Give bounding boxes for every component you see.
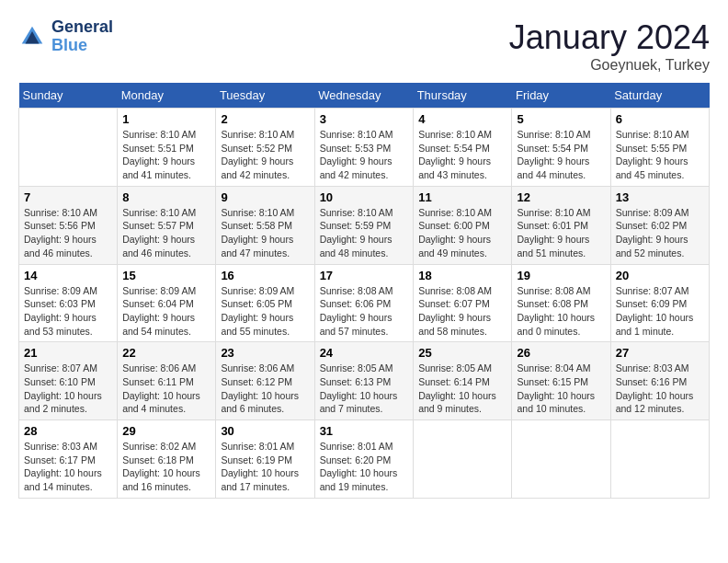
calendar-cell: 18Sunrise: 8:08 AMSunset: 6:07 PMDayligh…	[414, 264, 512, 342]
calendar-table: SundayMondayTuesdayWednesdayThursdayFrid…	[18, 83, 710, 499]
day-info: Sunrise: 8:08 AMSunset: 6:07 PMDaylight:…	[418, 284, 506, 339]
calendar-header-row: SundayMondayTuesdayWednesdayThursdayFrid…	[19, 83, 710, 109]
day-number: 20	[616, 269, 704, 282]
day-info: Sunrise: 8:09 AMSunset: 6:03 PMDaylight:…	[24, 284, 112, 339]
day-info: Sunrise: 8:04 AMSunset: 6:15 PMDaylight:…	[517, 362, 605, 416]
day-info: Sunrise: 8:07 AMSunset: 6:10 PMDaylight:…	[24, 362, 112, 416]
calendar-cell: 5Sunrise: 8:10 AMSunset: 5:54 PMDaylight…	[512, 109, 610, 187]
day-number: 12	[517, 190, 605, 204]
day-number: 16	[221, 269, 309, 282]
day-number: 25	[418, 346, 506, 360]
calendar-cell: 19Sunrise: 8:08 AMSunset: 6:08 PMDayligh…	[512, 264, 610, 342]
calendar-cell	[19, 109, 118, 187]
calendar-cell: 2Sunrise: 8:10 AMSunset: 5:52 PMDaylight…	[216, 109, 314, 187]
day-info: Sunrise: 8:09 AMSunset: 6:04 PMDaylight:…	[122, 284, 210, 339]
calendar-cell	[512, 420, 610, 499]
day-number: 21	[24, 346, 112, 360]
day-number: 11	[418, 190, 506, 204]
day-number: 18	[418, 269, 506, 282]
logo: General Blue	[18, 18, 113, 55]
calendar-cell: 29Sunrise: 8:02 AMSunset: 6:18 PMDayligh…	[118, 420, 216, 499]
calendar-cell: 27Sunrise: 8:03 AMSunset: 6:16 PMDayligh…	[610, 342, 709, 420]
header-day-wednesday: Wednesday	[314, 83, 414, 109]
day-number: 26	[517, 346, 605, 360]
calendar-cell: 31Sunrise: 8:01 AMSunset: 6:20 PMDayligh…	[314, 420, 414, 499]
calendar-cell: 8Sunrise: 8:10 AMSunset: 5:57 PMDaylight…	[118, 186, 216, 264]
day-info: Sunrise: 8:07 AMSunset: 6:09 PMDaylight:…	[616, 284, 704, 339]
day-number: 19	[517, 269, 605, 282]
calendar-cell: 14Sunrise: 8:09 AMSunset: 6:03 PMDayligh…	[19, 264, 118, 342]
day-number: 14	[24, 269, 112, 282]
day-number: 2	[221, 112, 309, 126]
calendar-cell: 26Sunrise: 8:04 AMSunset: 6:15 PMDayligh…	[512, 342, 610, 420]
day-number: 6	[616, 112, 704, 126]
day-info: Sunrise: 8:01 AMSunset: 6:19 PMDaylight:…	[221, 440, 309, 494]
day-number: 31	[320, 424, 409, 438]
day-info: Sunrise: 8:06 AMSunset: 6:11 PMDaylight:…	[122, 362, 210, 416]
week-row-4: 21Sunrise: 8:07 AMSunset: 6:10 PMDayligh…	[19, 342, 710, 420]
day-info: Sunrise: 8:10 AMSunset: 5:55 PMDaylight:…	[616, 128, 704, 182]
day-info: Sunrise: 8:02 AMSunset: 6:18 PMDaylight:…	[122, 440, 210, 494]
day-number: 27	[616, 346, 704, 360]
day-info: Sunrise: 8:10 AMSunset: 5:57 PMDaylight:…	[122, 206, 210, 260]
week-row-1: 1Sunrise: 8:10 AMSunset: 5:51 PMDaylight…	[19, 109, 710, 187]
calendar-cell: 12Sunrise: 8:10 AMSunset: 6:01 PMDayligh…	[512, 186, 610, 264]
day-info: Sunrise: 8:10 AMSunset: 5:53 PMDaylight:…	[320, 128, 409, 182]
day-info: Sunrise: 8:08 AMSunset: 6:08 PMDaylight:…	[517, 284, 605, 339]
day-number: 4	[418, 112, 506, 126]
day-info: Sunrise: 8:01 AMSunset: 6:20 PMDaylight:…	[320, 440, 409, 494]
day-info: Sunrise: 8:03 AMSunset: 6:17 PMDaylight:…	[24, 440, 112, 494]
day-info: Sunrise: 8:06 AMSunset: 6:12 PMDaylight:…	[221, 362, 309, 416]
day-info: Sunrise: 8:10 AMSunset: 6:00 PMDaylight:…	[418, 206, 506, 260]
calendar-cell: 16Sunrise: 8:09 AMSunset: 6:05 PMDayligh…	[216, 264, 314, 342]
day-number: 9	[221, 190, 309, 204]
day-number: 30	[221, 424, 309, 438]
day-number: 29	[122, 424, 210, 438]
header-day-friday: Friday	[512, 83, 610, 109]
day-number: 23	[221, 346, 309, 360]
calendar-cell: 7Sunrise: 8:10 AMSunset: 5:56 PMDaylight…	[19, 186, 118, 264]
header-day-thursday: Thursday	[414, 83, 512, 109]
day-info: Sunrise: 8:10 AMSunset: 5:51 PMDaylight:…	[122, 128, 210, 182]
calendar-cell: 25Sunrise: 8:05 AMSunset: 6:14 PMDayligh…	[414, 342, 512, 420]
day-number: 8	[122, 190, 210, 204]
day-info: Sunrise: 8:10 AMSunset: 5:54 PMDaylight:…	[418, 128, 506, 182]
day-info: Sunrise: 8:03 AMSunset: 6:16 PMDaylight:…	[616, 362, 704, 416]
calendar-cell: 21Sunrise: 8:07 AMSunset: 6:10 PMDayligh…	[19, 342, 118, 420]
day-number: 28	[24, 424, 112, 438]
page-header: General Blue January 2024 Goeynuek, Turk…	[18, 18, 710, 74]
day-number: 10	[320, 190, 409, 204]
day-info: Sunrise: 8:10 AMSunset: 5:52 PMDaylight:…	[221, 128, 309, 182]
calendar-cell: 23Sunrise: 8:06 AMSunset: 6:12 PMDayligh…	[216, 342, 314, 420]
day-info: Sunrise: 8:09 AMSunset: 6:05 PMDaylight:…	[221, 284, 309, 339]
header-day-sunday: Sunday	[19, 83, 118, 109]
header-day-tuesday: Tuesday	[216, 83, 314, 109]
calendar-cell	[414, 420, 512, 499]
day-number: 15	[122, 269, 210, 282]
calendar-cell: 6Sunrise: 8:10 AMSunset: 5:55 PMDaylight…	[610, 109, 709, 187]
calendar-cell: 4Sunrise: 8:10 AMSunset: 5:54 PMDaylight…	[414, 109, 512, 187]
day-number: 5	[517, 112, 605, 126]
calendar-cell: 28Sunrise: 8:03 AMSunset: 6:17 PMDayligh…	[19, 420, 118, 499]
day-number: 17	[320, 269, 409, 282]
calendar-cell: 30Sunrise: 8:01 AMSunset: 6:19 PMDayligh…	[216, 420, 314, 499]
day-info: Sunrise: 8:10 AMSunset: 6:01 PMDaylight:…	[517, 206, 605, 260]
logo-text: General Blue	[51, 18, 113, 55]
location-title: Goeynuek, Turkey	[509, 57, 710, 74]
calendar-cell: 11Sunrise: 8:10 AMSunset: 6:00 PMDayligh…	[414, 186, 512, 264]
day-info: Sunrise: 8:10 AMSunset: 5:58 PMDaylight:…	[221, 206, 309, 260]
day-number: 7	[24, 190, 112, 204]
header-day-saturday: Saturday	[610, 83, 709, 109]
day-info: Sunrise: 8:08 AMSunset: 6:06 PMDaylight:…	[320, 284, 409, 339]
day-info: Sunrise: 8:05 AMSunset: 6:14 PMDaylight:…	[418, 362, 506, 416]
calendar-cell: 20Sunrise: 8:07 AMSunset: 6:09 PMDayligh…	[610, 264, 709, 342]
day-number: 1	[122, 112, 210, 126]
calendar-cell: 17Sunrise: 8:08 AMSunset: 6:06 PMDayligh…	[314, 264, 414, 342]
month-title: January 2024	[509, 18, 710, 57]
week-row-3: 14Sunrise: 8:09 AMSunset: 6:03 PMDayligh…	[19, 264, 710, 342]
calendar-cell: 9Sunrise: 8:10 AMSunset: 5:58 PMDaylight…	[216, 186, 314, 264]
day-info: Sunrise: 8:05 AMSunset: 6:13 PMDaylight:…	[320, 362, 409, 416]
day-number: 13	[616, 190, 704, 204]
day-info: Sunrise: 8:10 AMSunset: 5:54 PMDaylight:…	[517, 128, 605, 182]
day-info: Sunrise: 8:10 AMSunset: 5:56 PMDaylight:…	[24, 206, 112, 260]
